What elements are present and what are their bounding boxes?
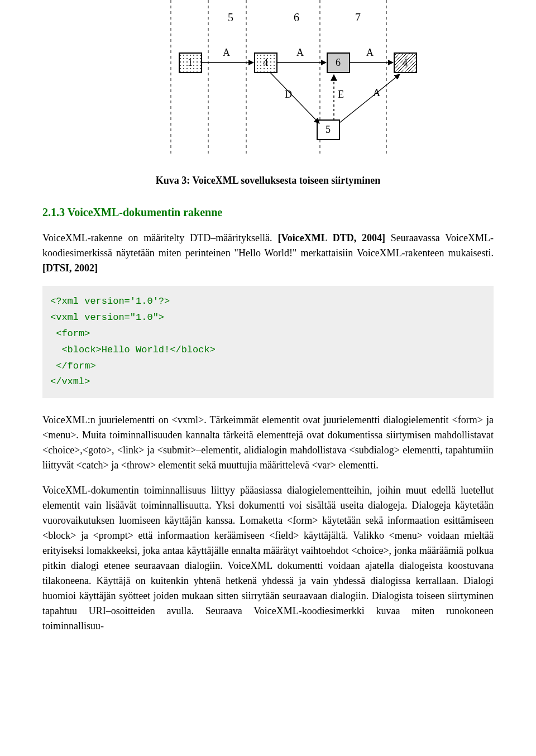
diagram-edge-label: E [338,89,344,100]
paragraph: VoiceXML:n juurielementti on <vxml>. Tär… [42,413,494,473]
paragraph: VoiceXML-rakenne on määritelty DTD–määri… [42,231,494,276]
diagram-box-label: 1 [188,57,193,68]
diagram-label: 6 [294,11,299,23]
citation: [DTSI, 2002] [42,262,98,274]
citation: [VoiceXML DTD, 2004] [277,232,385,243]
diagram-edge-label: A [373,87,380,98]
figure-caption: Kuva 3: VoiceXML sovelluksesta toiseen s… [42,173,494,188]
svg-line-17 [270,73,319,123]
diagram-edge-label: A [296,47,304,58]
paragraph-text: VoiceXML-rakenne on määritelty DTD–määri… [42,232,277,243]
svg-line-19 [339,74,400,123]
diagram-box-label: 6 [336,57,341,68]
diagram-edge-label: D [285,89,292,100]
code-block: <?xml version='1.0'?> <vxml version="1.0… [42,286,494,398]
diagram-label: 5 [228,11,233,23]
section-heading: 2.1.3 VoiceXML-dokumentin rakenne [42,204,494,221]
diagram-label: 7 [355,11,361,23]
diagram-box-label: 4 [403,57,408,68]
diagram-figure: 5 6 7 1 A 4 A 6 A 4 [132,0,450,161]
paragraph: VoiceXML-dokumentin toiminnallisuus liit… [42,483,494,634]
diagram-edge-label: A [366,47,374,58]
diagram-edge-label: A [223,47,230,58]
diagram-box-label: 4 [263,57,268,68]
diagram-box-label: 5 [326,124,331,135]
